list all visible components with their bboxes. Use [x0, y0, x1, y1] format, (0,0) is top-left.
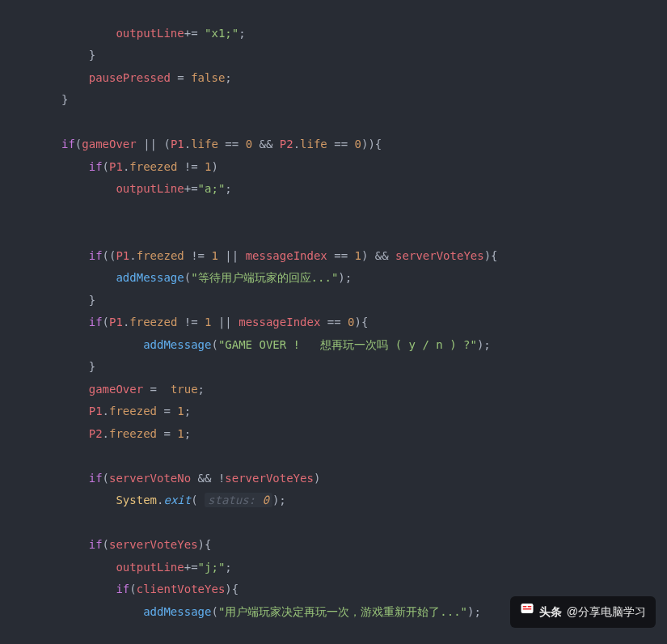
code-line: }: [61, 93, 68, 106]
code-line: }: [61, 294, 95, 307]
parameter-hint: status: 0: [205, 493, 272, 507]
code-line: [61, 627, 68, 640]
code-line: pausePressed = false;: [61, 71, 232, 84]
code-line: [61, 205, 68, 218]
code-line: [61, 227, 68, 239]
code-line: P1.freezed = 1;: [61, 405, 191, 417]
code-line: outputLine+= "x1;";: [61, 27, 246, 40]
toutiao-icon: [520, 601, 534, 624]
code-line: if((P1.freezed != 1 || messageIndex == 1…: [61, 249, 498, 262]
code-line: [61, 449, 68, 462]
code-line: }: [61, 360, 95, 373]
svg-rect-1: [523, 606, 527, 608]
watermark-text: @分享电脑学习: [567, 601, 646, 624]
svg-rect-2: [523, 608, 532, 610]
code-line: if(P1.freezed != 1): [61, 160, 218, 173]
code-line: if(P1.freezed != 1 || messageIndex == 0)…: [61, 316, 368, 328]
code-line: if(gameOver || (P1.life == 0 && P2.life …: [61, 138, 382, 150]
code-line: [61, 116, 68, 129]
code-line: if(clientVoteYes){: [61, 583, 239, 595]
code-block: outputLine+= "x1;"; } pausePressed = fal…: [0, 0, 667, 644]
watermark-prefix: 头条: [539, 601, 562, 624]
code-line: outputLine+="a;";: [61, 182, 232, 195]
code-line: P2.freezed = 1;: [61, 427, 191, 440]
code-line: [61, 516, 68, 529]
code-line: addMessage("GAME OVER ! 想再玩一次吗 ( y / n )…: [61, 338, 491, 351]
code-line: gameOver = true;: [61, 383, 205, 396]
code-line: System.exit( status: 0);: [61, 493, 286, 507]
code-line: if(serverVoteYes){: [61, 538, 211, 551]
code-line: outputLine+="j;";: [61, 561, 232, 574]
code-line: addMessage("等待用户端玩家的回应...");: [61, 271, 352, 284]
code-line: addMessage("用户端玩家决定再玩一次，游戏重新开始了...");: [61, 605, 481, 618]
code-line: }: [61, 49, 95, 61]
svg-rect-3: [528, 606, 532, 608]
watermark: 头条 @分享电脑学习: [510, 596, 656, 629]
code-line: if(serverVoteNo && !serverVoteYes): [61, 472, 320, 485]
